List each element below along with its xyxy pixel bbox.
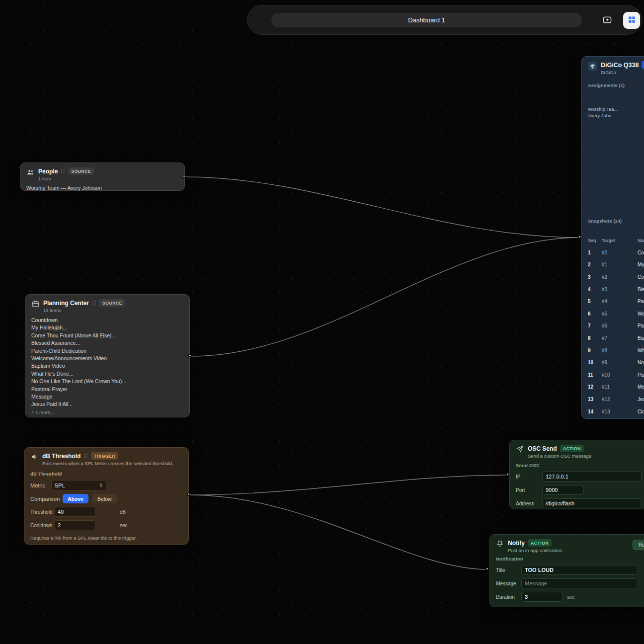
- node-title: Notify: [508, 540, 525, 547]
- people-item[interactable]: Worship Team — Avery Johnson: [26, 184, 178, 192]
- port-input[interactable]: [542, 485, 584, 495]
- planning-item-list: Countdown My Hallelujah... Come Thou Fou…: [25, 313, 189, 416]
- planning-more-label[interactable]: + 1 more...: [31, 408, 183, 416]
- section-label: Notification: [496, 556, 643, 562]
- cooldown-unit: sec: [120, 523, 128, 528]
- digico-node[interactable]: DiGiCo Q338 DESTINATION DiGiCo Assignmen…: [581, 56, 644, 419]
- db-threshold-node[interactable]: dB Threshold TRIGGER Emit events when a …: [24, 447, 189, 545]
- duration-input[interactable]: [521, 592, 563, 602]
- osc-input-port[interactable]: [506, 473, 509, 476]
- drag-handle-icon[interactable]: [83, 454, 88, 458]
- node-title: OSC Send: [528, 445, 557, 452]
- above-button[interactable]: Above: [63, 494, 88, 503]
- node-subtitle: 1 item: [38, 176, 94, 181]
- threshold-input[interactable]: [54, 507, 96, 517]
- planning-item[interactable]: Parent-Child Dedication: [31, 347, 183, 355]
- node-subtitle: Post an in-app notification: [508, 548, 562, 553]
- bell-icon: [496, 540, 504, 548]
- digico-input-port[interactable]: [578, 235, 581, 239]
- planning-item[interactable]: Blessed Assurance...: [31, 339, 183, 347]
- snapshot-row[interactable]: 8 #7 Bap: [588, 332, 644, 344]
- planning-item[interactable]: Countdown: [31, 317, 183, 324]
- snapshot-row[interactable]: 4 #3 Bles: [588, 283, 644, 296]
- duration-label: Duration: [496, 594, 517, 600]
- snapshot-row[interactable]: 12 #11 Mes: [588, 381, 644, 394]
- message-input[interactable]: [521, 578, 638, 588]
- title-label: Title: [496, 567, 517, 573]
- planning-item[interactable]: What He's Done...: [31, 370, 183, 378]
- osc-send-node[interactable]: OSC Send ACTION Send a custom OSC messag…: [509, 440, 644, 509]
- add-tile-icon: [602, 15, 612, 26]
- send-icon: [516, 445, 524, 453]
- snapshot-row[interactable]: 1 #0 Cou: [588, 246, 644, 259]
- comparison-label: Comparison: [30, 496, 59, 502]
- col-seq: Seq: [588, 238, 602, 243]
- snapshot-row[interactable]: 10 #9 No: [588, 356, 644, 369]
- snapshot-row[interactable]: 6 #5 Wel: [588, 308, 644, 320]
- drag-handle-icon[interactable]: [61, 169, 65, 173]
- address-label: Address: [516, 501, 538, 506]
- snapshot-row[interactable]: 7 #6 Par: [588, 320, 644, 332]
- assignment-row[interactable]: Avery John...: [588, 113, 615, 118]
- snapshot-row[interactable]: 5 #4 Par: [588, 295, 644, 308]
- trigger-footnote: Requires a link from a SPL Meter tile to…: [30, 535, 182, 541]
- planning-item[interactable]: My Hallelujah...: [31, 324, 183, 331]
- ip-label: IP: [516, 474, 538, 480]
- planning-item[interactable]: Pastoral Prayer: [31, 386, 183, 393]
- new-tile-button[interactable]: [599, 12, 616, 29]
- metric-select[interactable]: SPL: [51, 480, 107, 490]
- ip-input[interactable]: [542, 472, 642, 482]
- snapshot-row[interactable]: 9 #8 Wha: [588, 344, 644, 357]
- grid-view-button[interactable]: [623, 12, 640, 29]
- planning-item[interactable]: Baptism Video: [31, 362, 183, 370]
- snapshot-row[interactable]: 11 #10 Pas: [588, 369, 644, 381]
- run-button[interactable]: Run: [633, 540, 644, 550]
- title-input[interactable]: [521, 565, 638, 575]
- threshold-unit: dB: [120, 509, 126, 515]
- snapshot-row[interactable]: 3 #2 Con: [588, 271, 644, 283]
- calendar-icon: [31, 300, 39, 308]
- planning-output-port[interactable]: [188, 354, 192, 357]
- notify-node[interactable]: Notify ACTION Post an in-app notificatio…: [489, 534, 644, 607]
- assignments-label: Assignments (1): [588, 82, 625, 88]
- node-title: People: [38, 168, 58, 175]
- planning-item[interactable]: Come Thou Fount (Above All Else)...: [31, 332, 183, 339]
- cooldown-input[interactable]: [54, 520, 96, 530]
- below-button[interactable]: Below: [92, 494, 117, 503]
- section-label: dB Threshold: [30, 471, 182, 477]
- section-label: Send OSC: [516, 463, 644, 468]
- action-badge: ACTION: [560, 445, 584, 452]
- people-icon: [26, 168, 34, 176]
- threshold-output-port[interactable]: [187, 492, 190, 496]
- top-bar: Dashboard 1: [247, 5, 642, 35]
- planning-center-node[interactable]: Planning Center SOURCE 13 items Countdow…: [25, 294, 190, 417]
- snapshot-row[interactable]: 2 #1 My: [588, 259, 644, 271]
- metric-label: Metric: [30, 483, 47, 488]
- trigger-badge: TRIGGER: [91, 452, 118, 460]
- snapshot-row[interactable]: 14 #13 Clo: [588, 405, 644, 418]
- people-node[interactable]: People SOURCE 1 item Worship Team — Aver…: [20, 162, 185, 191]
- node-subtitle: Emit events when a SPL Meter crosses the…: [42, 461, 173, 466]
- grid-icon: [628, 15, 636, 25]
- address-input[interactable]: [542, 498, 642, 508]
- destination-badge: DESTINATION: [642, 61, 644, 69]
- drag-handle-icon[interactable]: [92, 301, 96, 305]
- notify-input-port[interactable]: [485, 567, 489, 570]
- threshold-label: Threshold: [30, 509, 50, 515]
- node-title: dB Threshold: [42, 453, 80, 460]
- planning-item[interactable]: Welcome/Announcements Video: [31, 355, 183, 362]
- col-target: Target: [602, 238, 638, 243]
- assignment-row[interactable]: Worship Tea...: [588, 106, 618, 112]
- snapshots-label: Snapshots (14): [588, 218, 622, 224]
- snapshot-row[interactable]: 13 #12 Jes: [588, 393, 644, 405]
- source-badge: SOURCE: [99, 299, 125, 307]
- dashboard-title-pill[interactable]: Dashboard 1: [271, 13, 582, 27]
- node-subtitle: DiGiCo: [601, 70, 644, 75]
- planning-item[interactable]: Message: [31, 393, 183, 401]
- message-label: Message: [496, 581, 517, 586]
- mixer-icon: [588, 62, 597, 71]
- people-output-port[interactable]: [182, 174, 186, 178]
- planning-item[interactable]: No One Like The Lord (We Crown You)...: [31, 378, 183, 385]
- node-title: Planning Center: [43, 300, 89, 307]
- planning-item[interactable]: Jesus Paid It All...: [31, 401, 183, 408]
